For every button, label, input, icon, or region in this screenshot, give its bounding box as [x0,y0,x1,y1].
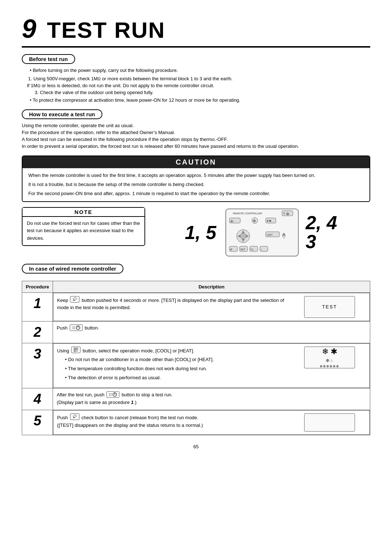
numbered-item: Check the valve of the outdoor unit bein… [40,90,370,95]
bullet-item: Do not run the air conditioner in a mode… [62,356,290,364]
wired-section: In case of wired remote controller Proce… [22,264,370,435]
description-1: Keep button pushed for 4 seconds or more… [57,296,293,318]
wrench-icon [72,297,77,302]
diagram-label-15: 1, 5 [185,223,216,242]
display-box-5 [304,413,355,432]
dots-icon-2 [109,393,112,396]
svg-point-31 [73,328,73,329]
svg-rect-35 [74,348,75,349]
svg-point-42 [111,393,111,394]
caution-box: CAUTION When the remote controller is us… [22,155,370,202]
note-header: NOTE [23,208,144,217]
display-box-1: TEST [304,296,355,318]
table-row: 2 Push button. [22,321,370,343]
row4-sub: (Display part is same as procedure 1.) [57,400,136,405]
svg-text:UNIT: UNIT [267,234,273,236]
bullet-item: The temperature controlling function doe… [62,365,290,373]
display-text-1: TEST [322,304,337,310]
svg-rect-37 [74,350,75,352]
before-test-run-numbered: Using 500V-megger, check 1MΩ or more exi… [33,76,370,95]
how-to-execute-heading: How to execute a test run [22,109,102,119]
svg-text:⠿ ⏻: ⠿ ⏻ [283,212,289,215]
svg-point-15 [240,233,246,239]
table-row: 3 Using button, select the operation mod… [22,343,370,388]
svg-point-41 [109,393,110,394]
svg-text:☃: ☃ [330,358,333,363]
mode-icons-display: ❄ ✱ ❄ ☃ ⊛⊛⊛⊛⊛⊛ [304,347,355,368]
svg-text:⊞: ⊞ [230,248,232,251]
svg-point-44 [111,395,111,396]
diagram-area: 1, 5 REMOTE CONTROLLER ⠿ ⏻ ⏻↓ ✿ [152,207,370,258]
description-3: Using button, select the operation mode,… [57,347,293,385]
wrench-button[interactable] [70,296,79,303]
before-test-run-extra: To protect the compressor at activation … [27,97,370,103]
page-number: 65 [193,444,199,449]
caution-line-2: It is not a trouble, but is because the … [28,181,364,189]
table-row: 5 Push check button to cancel (release f… [22,410,370,435]
col-procedure: Procedure [22,281,53,292]
description-2: Push button. [53,321,370,343]
table-row: 4 After the test run, push button to sto… [22,388,370,410]
procedure-number-5: 5 [22,410,53,435]
cancel-button[interactable] [70,413,79,420]
note-body: Do not use the forced test run for cases… [23,217,144,245]
diagram-label-3: 3 [306,231,316,252]
bullet-item: To protect the compressor at activation … [27,97,370,103]
note-diagram-row: NOTE Do not use the forced test run for … [22,207,370,258]
description-5: Push check button to cancel (release fro… [57,413,293,432]
wrench-icon-2 [72,414,77,419]
svg-point-32 [74,328,75,329]
svg-rect-36 [76,348,78,349]
svg-text:SET: SET [240,248,245,251]
numbered-item: If 1MΩ or less is detected, do not run t… [27,83,370,88]
col-description: Description [53,281,370,292]
grid-icon [73,347,78,352]
mode-button[interactable] [71,347,81,353]
note-text: Do not use the forced test run for cases… [27,220,140,242]
snowflake-icons: ❄ ✱ [322,347,337,356]
numbered-item: Using 500V-megger, check 1MΩ or more exi… [33,76,370,81]
mode-display-svg: ❄ ☃ [322,358,337,364]
procedure-number-1: 1 [22,292,53,321]
table-row: 1 Keep button pushed for 4 seconds or mo… [22,292,370,321]
row5-sub: ([TEST] disappears on the display and th… [57,422,203,428]
bullet-item: Before turning on the power supply, carr… [27,68,370,73]
image-cell-5 [293,413,366,432]
before-test-run-section: Before test run Before turning on the po… [22,54,370,103]
svg-text:❄✱: ❄✱ [266,219,271,223]
row3-bullets: Do not run the air conditioner in a mode… [62,356,290,381]
procedure-number-4: 4 [22,388,53,410]
svg-point-43 [109,395,110,396]
description-4: After the test run, push button to stop … [53,388,370,410]
svg-text:❄: ❄ [326,358,330,363]
image-cell-3: ❄ ✱ ❄ ☃ ⊛⊛⊛⊛⊛⊛ [293,347,366,385]
page-title: 9 TEST RUN [22,15,370,48]
procedure-table: Procedure Description 1 Keep button push… [22,281,370,435]
dots-power-button[interactable] [70,324,83,331]
power-icon [75,325,81,330]
image-cell-1: TEST [293,296,366,318]
before-test-run-heading: Before test run [22,54,75,64]
svg-text:✿: ✿ [253,219,256,223]
caution-line-3: For the second power-ON time and after, … [28,190,364,198]
stop-button[interactable] [106,391,119,398]
before-test-run-bullets: Before turning on the power supply, carr… [27,68,370,73]
svg-text:⌂: ⌂ [261,248,262,251]
how-to-line-3: A forced test run can be executed in the… [22,137,370,142]
svg-point-29 [73,327,73,327]
svg-text:⏻↓: ⏻↓ [230,220,234,222]
page-footer: 65 [22,444,370,449]
svg-point-30 [74,327,75,327]
remote-controller-diagram: REMOTE CONTROLLER ⠿ ⏻ ⏻↓ ✿ ❄✱ [222,207,302,258]
power-icon-2 [112,392,117,397]
how-to-execute-section: How to execute a test run Using the remo… [22,109,370,149]
diagram-label-24: 2, 4 [306,213,337,233]
chapter-number: 9 [22,14,37,43]
dots-icon [72,326,75,329]
table-header-row: Procedure Description [22,281,370,292]
wired-heading: In case of wired remote controller [22,264,123,274]
caution-body: When the remote controller is used for t… [23,168,369,201]
bullet-item: The detection of error is performed as u… [62,374,290,382]
svg-text:CL: CL [250,248,254,251]
procedure-number-2: 2 [22,321,53,343]
